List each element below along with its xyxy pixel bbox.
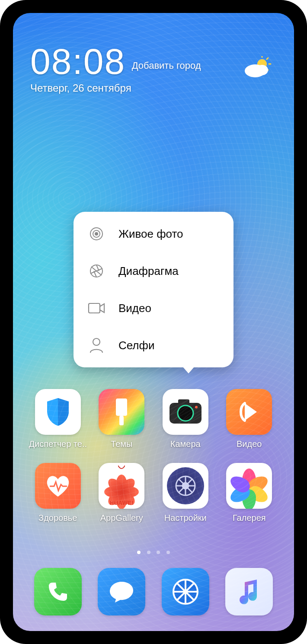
svg-rect-13 <box>116 399 127 416</box>
dock-app-messages[interactable] <box>98 568 145 620</box>
app-label: AppGallery <box>90 513 154 523</box>
page-dot <box>157 551 160 554</box>
add-city-link[interactable]: Добавить город <box>132 60 201 71</box>
app-appgallery[interactable]: HUAWEI AppGallery <box>90 463 154 523</box>
svg-line-3 <box>267 58 268 59</box>
weather-widget[interactable] <box>243 56 272 80</box>
video-icon <box>86 297 107 319</box>
camera-icon <box>163 389 208 435</box>
heart-icon <box>35 463 81 509</box>
menu-item-selfie[interactable]: Селфи <box>74 327 233 364</box>
app-themes[interactable]: Темы <box>90 389 154 449</box>
weather-icon <box>243 56 272 79</box>
menu-item-label: Диафрагма <box>118 265 179 278</box>
app-health[interactable]: Здоровье <box>26 463 90 523</box>
app-label: Настройки <box>154 513 217 523</box>
dock-app-browser[interactable] <box>162 568 209 620</box>
play-icon <box>226 389 272 435</box>
clock-time: 08:08 <box>30 43 125 80</box>
svg-point-9 <box>95 233 98 235</box>
app-video[interactable]: Видео <box>217 389 281 449</box>
app-label: Камера <box>154 439 217 449</box>
live-photo-icon <box>86 223 107 245</box>
menu-item-video[interactable]: Видео <box>74 290 233 327</box>
app-camera[interactable]: Камера <box>154 389 217 449</box>
app-label: Здоровье <box>26 513 90 523</box>
svg-point-6 <box>256 65 268 75</box>
page-dot <box>147 551 150 554</box>
app-label: Видео <box>217 439 281 449</box>
app-label: Галерея <box>217 513 281 523</box>
message-icon <box>98 568 145 615</box>
page-dot <box>137 551 141 554</box>
svg-point-17 <box>178 405 193 421</box>
dock-app-music[interactable] <box>225 568 273 620</box>
browser-icon <box>162 568 209 615</box>
svg-rect-16 <box>178 399 189 405</box>
menu-item-label: Селфи <box>118 339 154 352</box>
gallery-icon <box>226 463 272 509</box>
svg-point-23 <box>183 590 188 594</box>
gear-icon <box>163 463 208 509</box>
app-grid: Диспетчер те.. Темы Камера Видео <box>13 389 294 523</box>
svg-rect-14 <box>119 416 124 425</box>
app-phone-manager[interactable]: Диспетчер те.. <box>26 389 90 449</box>
menu-item-live-photo[interactable]: Живое фото <box>74 215 233 252</box>
clock-date: Четверг, 26 сентября <box>30 82 201 94</box>
page-indicator <box>13 548 294 556</box>
menu-item-label: Живое фото <box>118 227 183 241</box>
music-icon <box>225 568 273 615</box>
selfie-icon <box>86 335 107 356</box>
clock-widget[interactable]: 08:08 Добавить город Четверг, 26 сентябр… <box>30 43 201 94</box>
app-label: Темы <box>90 439 154 449</box>
svg-point-18 <box>195 406 198 408</box>
app-label: Диспетчер те.. <box>26 439 90 449</box>
aperture-icon <box>86 260 107 282</box>
camera-context-menu: Живое фото Диафрагма Видео <box>74 212 233 367</box>
menu-item-label: Видео <box>118 302 151 315</box>
svg-point-12 <box>93 338 100 345</box>
shield-icon <box>35 389 81 435</box>
page-dot <box>166 551 170 554</box>
home-screen[interactable]: 08:08 Добавить город Четверг, 26 сентябр… <box>13 13 294 631</box>
huawei-brand-text: HUAWEI <box>99 500 144 506</box>
dock <box>13 568 294 620</box>
dock-app-phone[interactable] <box>34 568 82 620</box>
svg-rect-11 <box>89 303 100 313</box>
phone-frame: 08:08 Добавить город Четверг, 26 сентябр… <box>0 0 307 644</box>
app-settings[interactable]: Настройки <box>154 463 217 523</box>
menu-item-aperture[interactable]: Диафрагма <box>74 252 233 290</box>
themes-icon <box>99 389 144 435</box>
huawei-icon: HUAWEI <box>99 463 144 509</box>
app-gallery[interactable]: Галерея <box>217 463 281 523</box>
phone-icon <box>34 568 82 615</box>
